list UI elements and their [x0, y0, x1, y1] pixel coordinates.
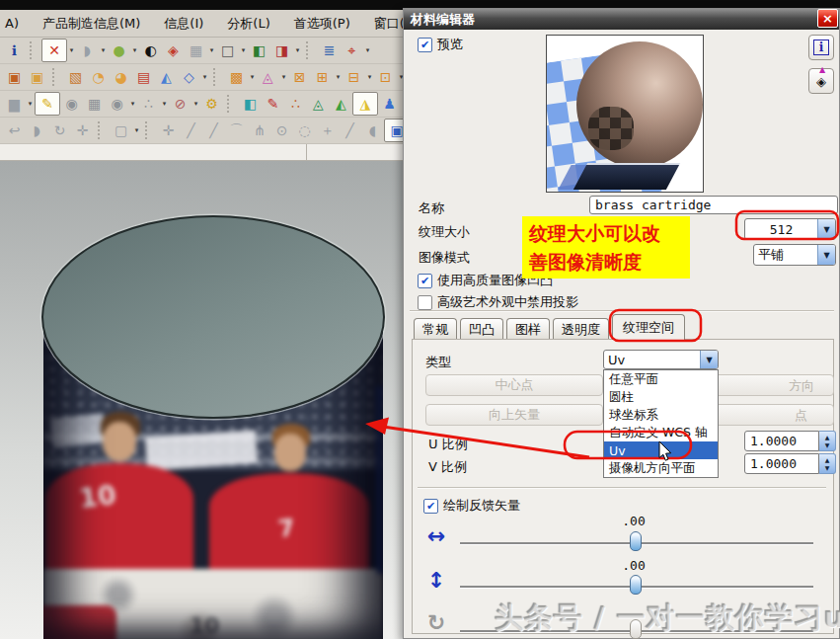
point-icon[interactable]: ＋	[316, 120, 339, 141]
image-mode-combo[interactable]: 平铺 ▼	[753, 244, 836, 266]
shaded-view-icon[interactable]: ●	[108, 40, 130, 61]
actor2-icon[interactable]: ◉	[106, 94, 128, 115]
solid-box-icon[interactable]: ▣	[3, 67, 26, 88]
clip-section-icon[interactable]: ◧	[248, 40, 270, 61]
chevron-down-icon[interactable]: ▼	[700, 351, 718, 368]
section-view-icon[interactable]: ◈	[162, 40, 185, 61]
dropdown-caret-icon[interactable]: ▾	[293, 46, 302, 54]
dropdown-caret-icon[interactable]: ▾	[365, 73, 374, 81]
facet-body-icon[interactable]: ▦	[185, 40, 207, 61]
material-swatch-icon[interactable]: ▆	[3, 94, 26, 115]
menu-item-3[interactable]: 分析(L)	[225, 14, 271, 34]
dropdown-caret-icon[interactable]: ▾	[26, 100, 35, 108]
dropdown-caret-icon[interactable]: ▾	[334, 73, 343, 81]
type-option-2[interactable]: 球坐标系	[604, 406, 718, 424]
u-scale-spinner[interactable]: 1.0000 ▲▼	[744, 431, 836, 451]
extrude-icon[interactable]: ▧	[64, 67, 87, 88]
preview-checkbox[interactable]: ✔ 预览	[418, 36, 463, 53]
material-balls-icon[interactable]: ∴	[284, 94, 307, 115]
tab-2[interactable]: 图样	[506, 318, 550, 340]
art-brush-icon[interactable]: ✎	[262, 94, 284, 115]
menu-item-1[interactable]: 产品制造信息(M)	[40, 14, 142, 34]
menu-item-0[interactable]: A)	[3, 15, 21, 32]
spinner-arrows-icon[interactable]: ▲▼	[819, 431, 836, 451]
tab-4[interactable]: 纹理空间	[612, 314, 685, 340]
wcs-orient-icon[interactable]: ⌖	[341, 40, 363, 61]
tab-1[interactable]: 凹凸	[460, 318, 503, 340]
boolean-unite-icon[interactable]: ▣	[26, 67, 48, 88]
shell-icon[interactable]: ◗	[76, 40, 99, 61]
graphics-viewport[interactable]: 10 7 10 ZC YC	[0, 161, 403, 639]
circle-center-icon[interactable]: ⊙	[270, 120, 293, 141]
texture-size-combo[interactable]: 512 ▼	[744, 218, 836, 240]
pattern-component-icon[interactable]: ⊞	[311, 67, 334, 88]
type-option-0[interactable]: 任意平面	[604, 370, 718, 388]
line2-icon[interactable]: ╱	[339, 120, 361, 141]
orbit-icon[interactable]: ◗	[26, 120, 48, 141]
move-handle-icon[interactable]: ✛	[157, 120, 180, 141]
stage-floor-icon[interactable]: ▦	[83, 94, 106, 115]
info-icon[interactable]: ℹ	[3, 40, 26, 61]
dropdown-caret-icon[interactable]: ▾	[99, 46, 108, 54]
no-selection-icon[interactable]: ⊘	[169, 94, 191, 115]
pan-icon[interactable]: ✛	[71, 120, 94, 141]
up-vector-button[interactable]: 向上矢量	[425, 404, 603, 426]
dropdown-caret-icon[interactable]: ▾	[132, 126, 141, 134]
menu-item-4[interactable]: 首选项(P)	[292, 14, 352, 34]
dropdown-caret-icon[interactable]: ▾	[200, 73, 209, 81]
dropdown-caret-icon[interactable]: ▾	[160, 100, 169, 108]
info-button[interactable]: i	[808, 35, 834, 60]
type-option-4[interactable]: Uv	[604, 441, 718, 459]
camera-icon[interactable]: ◧	[239, 94, 262, 115]
type-option-3[interactable]: 自动定义 WCS 轴	[604, 424, 718, 441]
replace-component-icon[interactable]: ⊠	[288, 67, 311, 88]
apply-material-button[interactable]: ◈▲	[808, 68, 834, 94]
chevron-down-icon[interactable]: ▼	[817, 245, 835, 265]
render-style-icon[interactable]: ◐	[139, 40, 162, 61]
exploded-view-icon[interactable]: ⊡	[374, 67, 397, 88]
sheet-body-icon[interactable]: ▤	[132, 67, 155, 88]
rotate-view-icon[interactable]: ↻	[48, 120, 71, 141]
light-active-icon[interactable]: ◮	[352, 92, 378, 116]
type-option-1[interactable]: 圆柱	[604, 388, 718, 406]
actor-icon[interactable]: ◉	[60, 94, 83, 115]
tab-0[interactable]: 常规	[414, 318, 457, 340]
spline-icon[interactable]: ⋔	[248, 120, 270, 141]
highlight-pen-icon[interactable]: ✎	[35, 92, 60, 116]
center-point-button[interactable]: 中心点	[425, 374, 603, 396]
projector-icon[interactable]: ◬	[307, 94, 330, 115]
menu-item-2[interactable]: 信息(I)	[162, 14, 205, 34]
layer-settings-icon[interactable]: ≣	[318, 40, 341, 61]
move-component-icon[interactable]: ◬	[257, 67, 279, 88]
marquee-select-icon[interactable]: ▢	[110, 120, 132, 141]
type-combo[interactable]: Uv ▼	[603, 350, 719, 369]
disable-projection-checkbox[interactable]: ✔ 高级艺术外观中禁用投影	[418, 293, 578, 311]
mirror-assembly-icon[interactable]: ⊟	[343, 67, 365, 88]
dialog-titlebar[interactable]: 材料编辑器	[404, 9, 839, 30]
wireframe-sphere-icon[interactable]: ◇	[178, 67, 200, 88]
dropdown-caret-icon[interactable]: ▾	[248, 73, 257, 81]
dropdown-caret-icon[interactable]: ▾	[67, 46, 76, 54]
cylinder-top-face[interactable]	[41, 215, 385, 419]
link-set-icon[interactable]: ∴	[137, 94, 160, 115]
fit-view-icon[interactable]: ✕	[41, 39, 67, 62]
revolve-icon[interactable]: ◔	[87, 67, 110, 88]
clip-plane-icon[interactable]: ◨	[270, 40, 293, 61]
face-blend-icon[interactable]: ◖	[361, 120, 384, 141]
undo-icon[interactable]: ↩	[3, 120, 26, 141]
dropdown-caret-icon[interactable]: ▾	[130, 46, 139, 54]
dropdown-caret-icon[interactable]: ▾	[239, 46, 248, 54]
arc-icon[interactable]: ⌒	[225, 120, 248, 141]
line-icon[interactable]: ╱	[180, 120, 202, 141]
close-icon[interactable]: ×	[817, 9, 838, 28]
spinner-arrows-icon[interactable]: ▲▼	[819, 453, 836, 474]
dropdown-caret-icon[interactable]: ▾	[128, 100, 137, 108]
v-scale-spinner[interactable]: 1.0000 ▲▼	[744, 453, 836, 474]
dropdown-caret-icon[interactable]: ▾	[279, 73, 288, 81]
spot-light-icon[interactable]: ◭	[330, 94, 352, 115]
dropdown-caret-icon[interactable]: ▾	[363, 46, 372, 54]
tab-3[interactable]: 透明度	[553, 318, 609, 340]
feedback-vector-checkbox[interactable]: ✔ 绘制反馈矢量	[423, 497, 520, 515]
background-icon[interactable]: □	[216, 40, 239, 61]
ellipse-icon[interactable]: ◌	[293, 120, 316, 141]
